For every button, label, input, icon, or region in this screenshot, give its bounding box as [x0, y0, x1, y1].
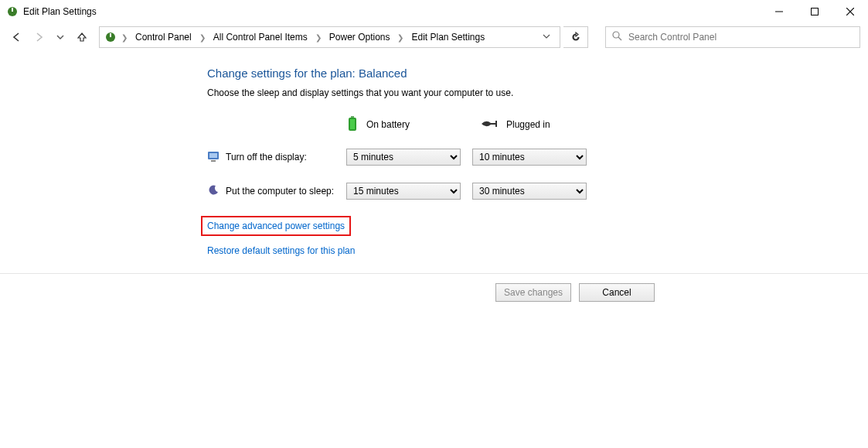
address-dropdown-icon[interactable] [538, 32, 555, 43]
footer-buttons: Save changes Cancel [0, 274, 868, 302]
svg-point-8 [613, 32, 619, 38]
cancel-button[interactable]: Cancel [579, 283, 655, 302]
display-icon [207, 150, 221, 165]
svg-rect-14 [209, 153, 217, 158]
up-button[interactable] [73, 28, 91, 46]
chevron-right-icon: ❯ [120, 33, 129, 42]
minimize-button[interactable] [761, 0, 797, 23]
svg-line-9 [618, 37, 621, 40]
search-box[interactable] [605, 26, 860, 48]
row-sleep: Put the computer to sleep: 15 minutes 30… [207, 182, 868, 200]
window-title: Edit Plan Settings [23, 6, 761, 17]
window-controls [761, 0, 868, 23]
search-input[interactable] [628, 32, 853, 43]
recent-dropdown[interactable] [51, 28, 70, 46]
svg-rect-10 [351, 116, 354, 118]
column-label-plugged: Plugged in [506, 119, 550, 130]
forward-button[interactable] [29, 28, 48, 46]
display-battery-select[interactable]: 5 minutes [346, 149, 461, 166]
battery-icon [346, 116, 359, 134]
column-headers: On battery Plugged in [207, 112, 868, 137]
row-label: Turn off the display: [226, 152, 346, 162]
breadcrumb-item[interactable]: Power Options [326, 32, 393, 43]
sleep-battery-select[interactable]: 15 minutes [346, 183, 461, 200]
row-label: Put the computer to sleep: [226, 186, 346, 197]
advanced-settings-link[interactable]: Change advanced power settings [201, 216, 351, 236]
svg-rect-3 [812, 9, 819, 15]
chevron-right-icon: ❯ [314, 33, 323, 42]
navbar: ❯ Control Panel ❯ All Control Panel Item… [0, 23, 868, 51]
refresh-button[interactable] [563, 26, 588, 48]
content-area: Change settings for the plan: Balanced C… [0, 51, 868, 265]
sleep-icon [207, 184, 221, 199]
restore-defaults-link[interactable]: Restore default settings for this plan [207, 245, 355, 256]
address-bar[interactable]: ❯ Control Panel ❯ All Control Panel Item… [99, 26, 560, 48]
save-button[interactable]: Save changes [495, 283, 571, 302]
breadcrumb-item[interactable]: All Control Panel Items [210, 32, 311, 43]
svg-rect-15 [211, 160, 216, 162]
maximize-button[interactable] [797, 0, 832, 23]
row-display: Turn off the display: 5 minutes 10 minut… [207, 148, 868, 166]
close-button[interactable] [832, 0, 868, 23]
links-section: Change advanced power settings Restore d… [207, 216, 868, 265]
address-icon [104, 31, 117, 43]
sleep-plugged-select[interactable]: 30 minutes [472, 183, 587, 200]
breadcrumb-item[interactable]: Control Panel [132, 32, 195, 43]
plug-icon [482, 119, 499, 131]
column-label-battery: On battery [366, 119, 410, 130]
titlebar: Edit Plan Settings [0, 0, 868, 23]
display-plugged-select[interactable]: 10 minutes [472, 149, 587, 166]
page-heading: Change settings for the plan: Balanced [207, 67, 868, 80]
svg-rect-7 [110, 33, 111, 37]
page-subtext: Choose the sleep and display settings th… [207, 87, 868, 98]
svg-rect-1 [12, 8, 13, 12]
search-icon [612, 31, 622, 43]
svg-rect-12 [350, 119, 355, 129]
breadcrumb-item[interactable]: Edit Plan Settings [408, 32, 488, 43]
chevron-right-icon: ❯ [198, 33, 207, 42]
app-icon [6, 5, 19, 18]
back-button[interactable] [8, 28, 26, 46]
chevron-right-icon: ❯ [396, 33, 405, 42]
